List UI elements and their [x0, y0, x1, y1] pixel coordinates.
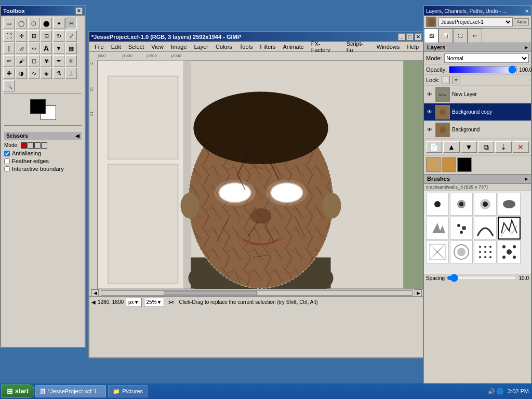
menu-tools[interactable]: Tools — [236, 43, 256, 50]
canvas-container[interactable] — [98, 60, 424, 289]
brushes-menu[interactable]: ▸ — [525, 176, 528, 182]
foreground-color-swatch[interactable] — [30, 99, 46, 114]
scale-tool[interactable]: ⤢ — [65, 30, 77, 42]
clone-tool[interactable]: ⎘ — [65, 55, 77, 66]
delete-layer-button[interactable]: ✕ — [513, 141, 529, 153]
menu-animate[interactable]: Animate — [280, 43, 307, 50]
airbrush-tool[interactable]: ✾ — [41, 55, 52, 66]
brush-item-2[interactable] — [450, 193, 473, 216]
mode-btn-1[interactable] — [21, 142, 27, 149]
opacity-slider[interactable] — [449, 66, 517, 73]
color-preview[interactable] — [30, 99, 56, 120]
lasso-tool[interactable]: ⬡ — [28, 18, 39, 29]
scrollbar-thumb[interactable] — [164, 291, 257, 295]
mode-btn-3[interactable] — [34, 142, 41, 149]
taskbar-pictures-item[interactable]: 📁 Pictures — [108, 385, 148, 397]
duplicate-layer-button[interactable]: ⧉ — [478, 141, 494, 153]
mode-selector[interactable]: Normal — [444, 54, 529, 63]
paths-tool[interactable]: ⛶ — [3, 30, 15, 42]
brush-item-10[interactable] — [450, 241, 473, 263]
menu-image[interactable]: Image — [168, 43, 190, 50]
layers-menu-button[interactable]: ▸ — [525, 44, 528, 51]
bucket-fill-tool[interactable]: ▼ — [53, 43, 64, 54]
rotate-tool[interactable]: ↻ — [53, 30, 64, 42]
pencil-tool[interactable]: ✏ — [3, 55, 15, 66]
status-arrow-left[interactable]: ◀ — [91, 299, 96, 305]
move-up-button[interactable]: ▲ — [443, 141, 459, 153]
menu-edit[interactable]: Edit — [108, 43, 124, 50]
brush-item-7[interactable] — [474, 217, 497, 240]
tab-layers[interactable]: 🖼 — [424, 29, 438, 43]
menu-fx-factory[interactable]: FX-Factory — [308, 40, 342, 54]
toolbox-close-button[interactable]: ✕ — [75, 7, 83, 15]
fuzzy-select-tool[interactable]: ⬤ — [41, 18, 52, 29]
layer-item-bg-copy[interactable]: 👁 Background copy — [424, 103, 531, 121]
menu-file[interactable]: File — [91, 43, 107, 50]
tab-channels[interactable]: 📊 — [438, 29, 453, 43]
ink-tool[interactable]: ✒ — [53, 55, 64, 66]
menu-windows[interactable]: Windows — [374, 43, 403, 50]
layers-panel-close[interactable]: ✕ — [525, 8, 529, 14]
layer-item-new[interactable]: 👁 New New Layer — [424, 86, 531, 103]
brush-item-4[interactable] — [498, 193, 521, 216]
rectangle-select-tool[interactable]: ▭ — [3, 18, 15, 29]
status-zoom-selector[interactable]: 25% ▼ — [144, 298, 165, 307]
menu-script-fu[interactable]: Script-Fu — [343, 40, 373, 54]
move-tool[interactable]: ✛ — [16, 30, 27, 42]
perspective-tool[interactable]: ⊿ — [16, 43, 27, 54]
brush-item-8[interactable] — [498, 217, 521, 240]
eraser-tool[interactable]: ◻ — [28, 55, 39, 66]
align-tool[interactable]: ⊞ — [28, 30, 39, 42]
blend-tool[interactable]: ▦ — [65, 43, 77, 54]
horizontal-scrollbar[interactable]: ◀ ▶ — [89, 289, 424, 296]
swatch-2[interactable] — [442, 157, 456, 172]
brush-item-9[interactable] — [426, 241, 449, 263]
collapse-icon[interactable]: ◀ — [75, 133, 79, 139]
menu-filters[interactable]: Filters — [257, 43, 279, 50]
brush-item-3[interactable] — [474, 193, 497, 216]
by-color-tool[interactable]: ✦ — [53, 18, 64, 29]
start-button[interactable]: ⊞ start — [1, 384, 34, 398]
measure-tool[interactable]: ⊥ — [65, 68, 77, 79]
swatch-1[interactable] — [426, 157, 441, 172]
spacing-slider[interactable] — [447, 275, 516, 281]
menu-view[interactable]: View — [148, 43, 167, 50]
dodge-burn-tool[interactable]: ◑ — [16, 68, 27, 79]
brush-item-5[interactable] — [426, 217, 449, 240]
status-unit-selector[interactable]: px ▼ — [126, 298, 141, 307]
swatch-3[interactable] — [457, 157, 472, 172]
convolve-tool[interactable]: ◈ — [41, 68, 52, 79]
layer-visibility-bg[interactable]: 👁 — [426, 126, 433, 134]
scroll-right-button[interactable]: ▶ — [415, 289, 422, 297]
tab-paths[interactable]: ⛶ — [453, 29, 468, 43]
feather-checkbox[interactable] — [4, 158, 10, 164]
shear-tool[interactable]: ∥ — [3, 43, 15, 54]
gimp-minimize-button[interactable]: _ — [398, 33, 405, 41]
lock-pixels-button[interactable]: ⬜ — [442, 76, 450, 84]
antialiasing-checkbox[interactable] — [4, 151, 10, 156]
heal-tool[interactable]: ✚ — [3, 68, 15, 79]
mode-btn-2[interactable] — [28, 142, 34, 149]
gimp-close-button[interactable]: ✕ — [415, 33, 422, 41]
brush-item-11[interactable] — [474, 241, 497, 263]
text-tool[interactable]: A — [41, 43, 52, 54]
mode-btn-4[interactable] — [41, 142, 47, 149]
project-selector[interactable]: JesseProject.xcf-1 — [438, 17, 513, 26]
menu-help[interactable]: Help — [404, 43, 422, 50]
brush-item-12[interactable] — [498, 241, 521, 263]
flip-tool[interactable]: ⇔ — [28, 43, 39, 54]
auto-button[interactable]: Auto — [514, 18, 529, 25]
menu-colors[interactable]: Colors — [212, 43, 235, 50]
ellipse-select-tool[interactable]: ◯ — [16, 18, 27, 29]
taskbar-gimp-item[interactable]: 🖼 *JesseProject.xcf-1... — [35, 385, 106, 397]
lock-position-button[interactable]: ✛ — [452, 76, 460, 84]
brush-item-6[interactable] — [450, 217, 473, 240]
smudge-tool[interactable]: ∿ — [28, 68, 39, 79]
anchor-layer-button[interactable]: ⇣ — [495, 141, 511, 153]
layer-visibility-new[interactable]: 👁 — [426, 91, 433, 98]
brush-item-1[interactable] — [426, 193, 449, 216]
layer-item-bg[interactable]: 👁 Background — [424, 121, 531, 139]
color-picker-tool[interactable]: ⚗ — [53, 68, 64, 79]
scroll-left-button[interactable]: ◀ — [91, 289, 99, 297]
menu-select[interactable]: Select — [125, 43, 148, 50]
